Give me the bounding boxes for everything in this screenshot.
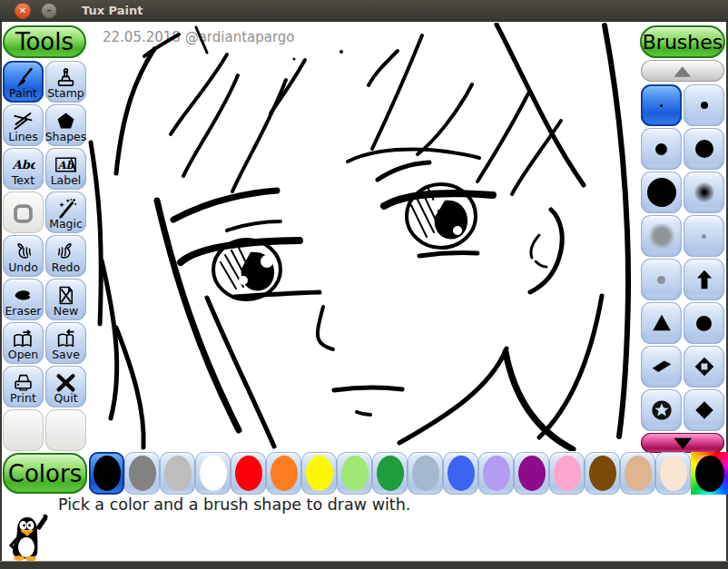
color-oval — [412, 456, 439, 491]
tool-label: Stamp — [47, 88, 84, 100]
color-oval — [554, 456, 581, 491]
color-swatch-yellow[interactable] — [301, 452, 337, 495]
color-swatch-tan[interactable] — [620, 452, 655, 495]
brush-fuzzy-dot[interactable] — [684, 172, 724, 213]
title-bar: ✕ – Tux Paint — [0, 0, 728, 22]
tool-label: Open — [8, 349, 38, 361]
brushes-header: Brushes — [640, 25, 725, 58]
tool-shapes[interactable]: Shapes — [45, 104, 86, 146]
brush-triangle[interactable] — [641, 302, 682, 344]
tool-label: Text — [12, 175, 34, 187]
tool-redo[interactable]: Redo — [45, 235, 86, 277]
diamond-icon — [693, 398, 716, 422]
close-window-button[interactable]: ✕ — [15, 3, 31, 19]
color-oval — [625, 456, 652, 491]
color-swatch-orange[interactable] — [266, 452, 301, 495]
brush-diamond[interactable] — [684, 389, 724, 431]
status-message: Pick a color and a brush shape to draw w… — [58, 495, 410, 514]
color-swatch-dark-green[interactable] — [372, 452, 408, 495]
tool-label: Redo — [52, 262, 80, 274]
tool-label[interactable]: Ab Label — [45, 148, 86, 190]
color-swatch-blue[interactable] — [443, 452, 478, 495]
color-swatch-black[interactable] — [89, 452, 124, 495]
color-oval — [200, 456, 227, 491]
color-oval — [483, 456, 510, 491]
color-oval — [93, 456, 121, 491]
tool-stamp[interactable]: Stamp — [45, 61, 86, 103]
color-swatch-pink[interactable] — [549, 452, 585, 495]
parallelogram-icon — [650, 355, 674, 378]
brush-dot-small[interactable] — [684, 84, 724, 126]
brushes-header-label: Brushes — [643, 31, 723, 54]
tool-label: Magic — [49, 219, 83, 231]
color-swatch-brown[interactable] — [585, 452, 620, 495]
triangle-icon — [650, 311, 674, 335]
dot-icon — [701, 102, 708, 109]
colors-header: Colors — [3, 453, 87, 494]
color-oval — [129, 456, 156, 491]
brush-gray-dot-tiny[interactable] — [684, 215, 724, 257]
color-swatch-gray-blue[interactable] — [408, 452, 443, 495]
colors-palette — [89, 452, 728, 495]
color-swatch-lavender[interactable] — [478, 452, 514, 495]
gray-dot-icon — [702, 234, 706, 239]
soft-gray-dot-icon — [649, 223, 674, 249]
brush-tiny-dot[interactable] — [641, 84, 682, 126]
color-swatch-beige[interactable] — [655, 452, 691, 495]
color-swatch-light-gray[interactable] — [160, 452, 195, 495]
tool-disabled-blank — [3, 191, 44, 233]
color-oval — [518, 456, 546, 491]
tool-label: New — [54, 306, 78, 318]
tool-label: Undo — [8, 262, 38, 274]
tool-undo[interactable]: Undo — [3, 235, 44, 277]
color-oval — [448, 456, 475, 491]
color-swatch-red[interactable] — [231, 452, 266, 495]
color-swatch-white[interactable] — [195, 452, 231, 495]
fuzzy-dot-icon — [694, 181, 715, 203]
rainbow-color-picker[interactable] — [691, 452, 728, 495]
arrow-up-icon — [693, 268, 716, 291]
dot-icon — [695, 140, 713, 158]
drawing-canvas[interactable]: 22.05.2018 @ardiantapargo — [88, 23, 640, 451]
tool-empty-slot — [3, 409, 44, 451]
brush-gray-dot-small[interactable] — [641, 259, 682, 300]
tool-label: Quit — [54, 393, 77, 405]
tool-text[interactable]: Abc Text — [3, 148, 44, 190]
scroll-up-icon: ▲ — [674, 64, 691, 78]
minimize-window-button[interactable]: – — [41, 3, 57, 19]
tool-paint[interactable]: Paint — [3, 61, 44, 103]
brush-parallelogram[interactable] — [641, 346, 682, 388]
color-swatch-light-green[interactable] — [337, 452, 372, 495]
brushes-scroll-up-button[interactable]: ▲ — [641, 60, 724, 82]
color-oval — [164, 456, 192, 491]
brush-star-circle[interactable] — [641, 389, 682, 431]
brush-circle[interactable] — [684, 302, 724, 344]
tux-mascot — [5, 514, 58, 561]
picker-current-color — [695, 456, 724, 492]
brush-soft-gray-dot[interactable] — [641, 215, 682, 257]
window-title: Tux Paint — [82, 4, 143, 17]
color-oval — [271, 456, 298, 491]
brush-dot-large[interactable] — [684, 128, 724, 170]
brushes-scroll-down-button[interactable]: ▼ — [641, 433, 724, 453]
tool-print[interactable]: Print — [3, 366, 44, 407]
color-oval — [589, 456, 616, 491]
color-swatch-purple[interactable] — [514, 452, 549, 495]
color-swatch-dark-gray[interactable] — [124, 452, 160, 495]
window-bottom-border — [0, 561, 728, 569]
tool-lines[interactable]: Lines — [3, 104, 44, 146]
tool-quit[interactable]: Quit — [45, 366, 86, 407]
diamond-hollow-icon — [693, 355, 716, 378]
tool-save[interactable]: Save — [45, 322, 86, 364]
brush-arrow[interactable] — [684, 259, 724, 300]
tiny-dot-icon — [660, 104, 663, 107]
tool-label: Lines — [8, 132, 38, 143]
brush-dot-medium[interactable] — [641, 128, 682, 170]
brush-dot-xlarge[interactable] — [641, 172, 682, 213]
brush-diamond-hollow[interactable] — [684, 346, 724, 388]
tool-magic[interactable]: Magic — [45, 191, 86, 233]
tool-eraser[interactable]: Eraser — [3, 279, 44, 320]
tool-new[interactable]: New — [45, 279, 86, 320]
tool-open[interactable]: Open — [3, 322, 44, 364]
brushes-panel — [640, 83, 726, 432]
